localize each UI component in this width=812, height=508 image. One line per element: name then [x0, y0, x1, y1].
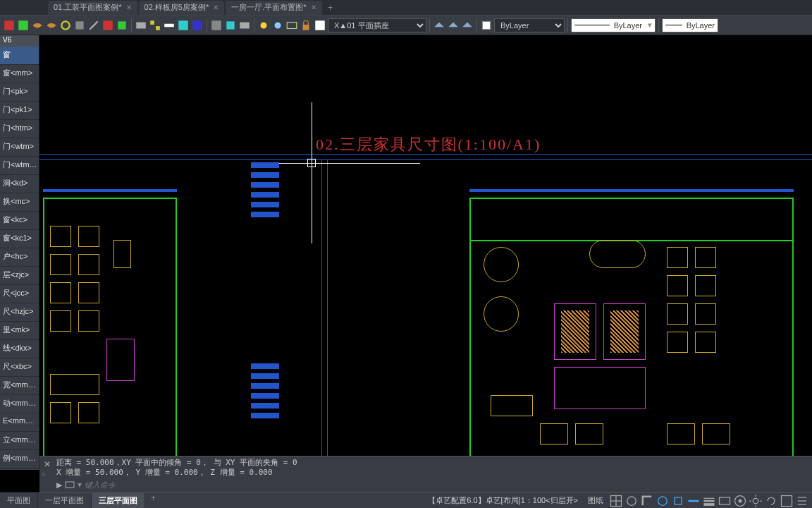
layer-dropdown[interactable]: X▲01 平面插座: [328, 18, 426, 32]
snap-icon[interactable]: [625, 495, 639, 507]
tool-icon-7[interactable]: [87, 19, 100, 32]
palette-item[interactable]: 层<zjc>: [0, 267, 39, 285]
palette-item[interactable]: 尺<xbc>: [0, 358, 39, 377]
grip-icon[interactable]: ⠿: [42, 472, 46, 478]
tool-icon-17[interactable]: [238, 19, 251, 32]
layer-state-icon-2[interactable]: [447, 19, 460, 32]
close-icon[interactable]: ✕: [311, 4, 316, 11]
palette-item[interactable]: 里<mk>: [0, 322, 39, 340]
tool-icon-16[interactable]: [224, 19, 237, 32]
layout-tab-2[interactable]: 三层平面图: [92, 493, 145, 508]
palette-item[interactable]: 窗<kc1>: [0, 230, 39, 248]
palette-item[interactable]: 窗<kc>: [0, 212, 39, 230]
svg-rect-13: [226, 21, 234, 29]
menu-icon[interactable]: [795, 495, 809, 507]
grid-icon[interactable]: [609, 495, 623, 507]
tool-icon-2[interactable]: [17, 19, 30, 32]
palette-item[interactable]: 户<hc>: [0, 248, 39, 267]
drawing-canvas[interactable]: 02.三层家具尺寸图(1:100/A1): [39, 35, 812, 470]
tool-icon-9[interactable]: [116, 19, 128, 32]
floorplan-right: [469, 198, 794, 470]
polar-icon[interactable]: [656, 495, 670, 507]
tool-icon-6[interactable]: [73, 19, 86, 32]
palette-item[interactable]: 动<mm…: [0, 395, 39, 413]
linetype-preview: [574, 25, 610, 25]
lineweight-icon[interactable]: [702, 495, 716, 507]
palette-item[interactable]: 换<mc>: [0, 193, 39, 212]
doc-tab-2[interactable]: 02.样板房5房案例*✕: [139, 1, 225, 15]
color-swatch-icon[interactable]: [314, 19, 326, 32]
dimension-marks: [251, 363, 279, 423]
palette-item[interactable]: 门<wtm>: [0, 138, 39, 157]
palette-item[interactable]: 立<mm…: [0, 432, 39, 450]
command-history: 距离 = 50.000，XY 平面中的倾角 = 0， 与 XY 平面的夹角 = …: [56, 458, 809, 478]
palette-item[interactable]: 宽<mm…: [0, 377, 39, 395]
svg-rect-20: [482, 21, 490, 29]
layout-tab-model[interactable]: 平面图: [0, 493, 38, 508]
palette-item[interactable]: 例<mm…: [0, 450, 39, 468]
add-layout-button[interactable]: +: [145, 493, 161, 508]
doc-tab-3[interactable]: 一房一厅.平面布置图*✕: [226, 1, 321, 15]
add-tab-button[interactable]: +: [324, 1, 338, 14]
tab-label: 02.样板房5房案例*: [144, 2, 209, 13]
sync-icon[interactable]: [764, 495, 778, 507]
svg-rect-12: [211, 20, 221, 30]
tool-icon-8[interactable]: [102, 19, 114, 32]
tool-icon-15[interactable]: [210, 19, 223, 32]
command-icon[interactable]: [65, 480, 75, 490]
ortho-icon[interactable]: [640, 495, 654, 507]
close-icon[interactable]: ✕: [126, 4, 132, 11]
gear-icon[interactable]: [749, 495, 763, 507]
tool-icon-11[interactable]: [149, 19, 161, 32]
lock-icon[interactable]: [300, 19, 312, 32]
color-box-icon[interactable]: [480, 19, 493, 32]
tool-icon-14[interactable]: [191, 19, 204, 32]
doc-tab-1[interactable]: 01.工装平面图案例*✕: [48, 1, 137, 15]
fullscreen-icon[interactable]: [780, 495, 794, 507]
close-icon[interactable]: ✕: [42, 459, 52, 469]
layer-icon[interactable]: [285, 19, 298, 32]
palette-item[interactable]: 尺<hzjc>: [0, 303, 39, 322]
palette-item[interactable]: 窗<mm>: [0, 65, 39, 83]
lineweight-dropdown[interactable]: ByLayer: [662, 18, 718, 32]
osnap-icon[interactable]: [671, 495, 685, 507]
layer-state-icon-1[interactable]: [433, 19, 445, 32]
svg-rect-7: [150, 20, 154, 25]
palette-item[interactable]: 门<pk>: [0, 83, 39, 102]
tool-icon-1[interactable]: [3, 19, 16, 32]
layout-tab-1[interactable]: 一层平面图: [38, 493, 92, 508]
svg-point-16: [275, 22, 281, 28]
tool-icon-13[interactable]: [177, 19, 190, 32]
workspace-icon[interactable]: [733, 495, 747, 507]
palette-item[interactable]: 尺<jcc>: [0, 285, 39, 303]
freeze-icon[interactable]: [271, 19, 284, 32]
layer-state-icon-3[interactable]: [461, 19, 474, 32]
dyn-icon[interactable]: [718, 495, 732, 507]
tool-icon-5[interactable]: [59, 19, 72, 32]
svg-rect-18: [303, 24, 309, 30]
palette-item[interactable]: 线<dkx>: [0, 340, 39, 358]
crosshair-pickbox: [307, 159, 316, 167]
tool-icon-3[interactable]: [31, 19, 44, 32]
palette-item[interactable]: 窗: [0, 47, 39, 65]
tool-icon-10[interactable]: [135, 19, 147, 32]
sun-icon[interactable]: [257, 19, 270, 32]
palette-item[interactable]: 洞<kd>: [0, 175, 39, 193]
palette-item[interactable]: 门<pk1>: [0, 102, 39, 120]
palette-item[interactable]: 门<htm>: [0, 120, 39, 138]
command-input[interactable]: [85, 480, 809, 489]
svg-rect-14: [240, 22, 250, 28]
otrack-icon[interactable]: [687, 495, 701, 507]
palette-header: V6: [0, 35, 39, 47]
svg-rect-9: [164, 23, 174, 27]
palette-item[interactable]: 门<wtm…: [0, 157, 39, 175]
tool-icon-4[interactable]: [45, 19, 58, 32]
close-icon[interactable]: ✕: [213, 4, 219, 11]
linetype-dropdown[interactable]: ByLayer▾: [571, 18, 656, 32]
svg-rect-1: [18, 20, 28, 30]
status-paper-label[interactable]: 图纸: [584, 495, 608, 506]
frame-border: [327, 159, 328, 456]
tool-icon-12[interactable]: [163, 19, 176, 32]
color-dropdown[interactable]: ByLayer: [494, 18, 565, 32]
palette-item[interactable]: E<mm…: [0, 413, 39, 432]
